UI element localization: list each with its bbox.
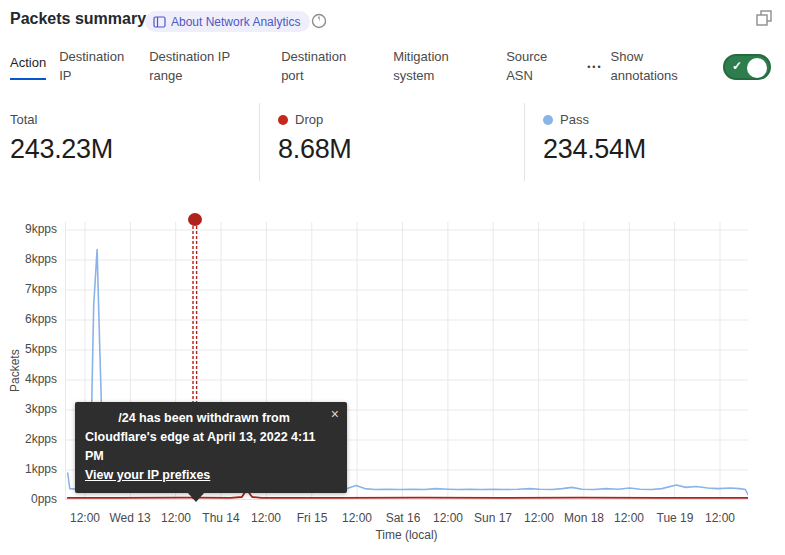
annotation-marker-dot[interactable]	[188, 213, 202, 226]
y-axis-tick: 4kpps	[0, 372, 57, 386]
x-axis-title: Time (local)	[346, 528, 467, 542]
book-icon	[153, 16, 166, 28]
tab-mitigation-system[interactable]: Mitigation system	[393, 48, 461, 86]
stats-row: Total 243.23M Drop 8.68M Pass 234.54M	[0, 103, 785, 181]
close-icon[interactable]: ×	[331, 404, 339, 425]
stat-pass: Pass 234.54M	[524, 103, 785, 181]
tab-destination-ip-range[interactable]: Destination IP range	[149, 48, 244, 86]
about-network-analytics-badge[interactable]: About Network Analytics	[145, 11, 310, 32]
annotation-tooltip-line2: Cloudflare's edge at April 13, 2022 4:11…	[85, 428, 337, 466]
check-icon: ✓	[732, 59, 742, 73]
show-annotations-toggle[interactable]: ✓	[723, 54, 771, 80]
dimension-tabs: Action Destination IP Destination IP ran…	[0, 43, 785, 91]
packets-summary-panel: Packets summary About Network Analytics …	[0, 0, 785, 555]
tooltip-arrow	[187, 492, 205, 502]
tab-destination-ip[interactable]: Destination IP	[59, 48, 131, 86]
y-axis-tick: 3kpps	[0, 402, 57, 416]
y-axis-tick: 7kpps	[0, 282, 57, 296]
y-axis-tick: 0pps	[0, 492, 57, 506]
expand-panel-icon[interactable]	[755, 9, 773, 27]
badge-label: About Network Analytics	[171, 15, 300, 29]
toggle-knob	[747, 58, 767, 78]
annotation-tooltip: × /24 has been withdrawn from Cloudflare…	[75, 402, 347, 493]
page-title: Packets summary	[10, 10, 146, 28]
more-tabs-ellipsis-icon[interactable]: •••	[587, 62, 602, 72]
panel-header: Packets summary About Network Analytics	[0, 6, 785, 36]
stat-drop-value: 8.68M	[278, 134, 524, 165]
stat-pass-label: Pass	[560, 112, 589, 127]
show-annotations-label: Show annotations	[611, 48, 701, 86]
view-ip-prefixes-link[interactable]: View your IP prefixes	[85, 468, 210, 482]
stat-pass-value: 234.54M	[543, 134, 785, 165]
stat-drop: Drop 8.68M	[259, 103, 524, 181]
stat-drop-label: Drop	[295, 112, 323, 127]
tab-action[interactable]: Action	[10, 54, 46, 81]
stat-total-value: 243.23M	[10, 134, 259, 165]
y-axis-tick: 1kpps	[0, 462, 57, 476]
tab-source-asn[interactable]: Source ASN	[506, 48, 554, 86]
y-axis-tick: 8kpps	[0, 252, 57, 266]
clock-icon[interactable]	[310, 12, 328, 30]
tab-destination-port[interactable]: Destination port	[281, 48, 353, 86]
y-axis-tick: 2kpps	[0, 432, 57, 446]
y-axis-tick: 5kpps	[0, 342, 57, 356]
stat-total: Total 243.23M	[0, 103, 259, 181]
y-axis-tick: 9kpps	[0, 222, 57, 236]
stat-total-label: Total	[10, 112, 37, 127]
annotation-tooltip-line1: /24 has been withdrawn from	[85, 409, 337, 428]
drop-legend-dot	[278, 115, 288, 125]
pass-legend-dot	[543, 115, 553, 125]
y-axis-tick: 6kpps	[0, 312, 57, 326]
x-axis-tick: 12:00	[690, 511, 750, 525]
